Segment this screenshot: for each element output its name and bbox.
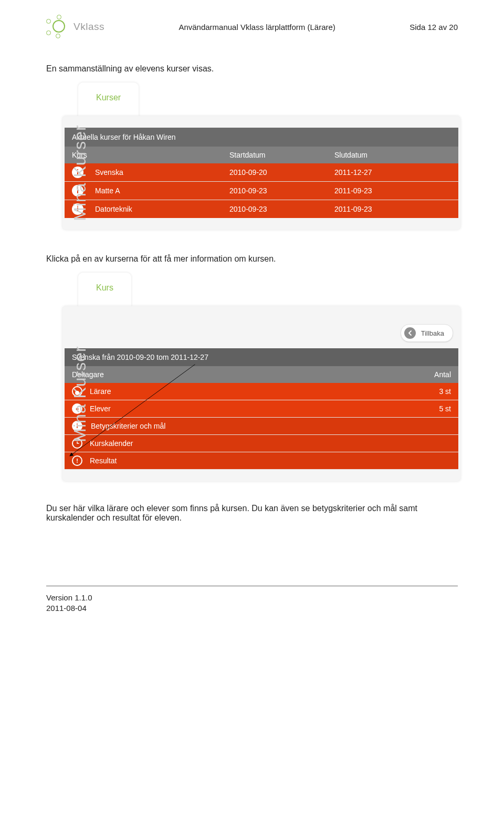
logo-icon [46,15,70,39]
side-label: Mina Kurser [70,346,90,442]
tab-kurs[interactable]: Kurs [78,273,131,306]
footer-rule [46,586,458,586]
intro-paragraph-3: Du ser här vilka lärare och elever som f… [46,504,458,523]
courses-header-row: Kurs Startdatum Slutdatum [65,147,458,163]
col-header-end: Slutdatum [334,151,451,159]
row-label: Resultat [90,456,451,465]
tab-kurser[interactable]: Kurser [78,82,139,116]
doc-header: Vklass Användarmanual Vklass lärplattfor… [46,15,458,39]
detail-row-criteria[interactable]: i Betygskriterier och mål [65,418,458,435]
detail-subheader: Deltagare Antal [65,366,458,383]
back-button[interactable]: Tillbaka [401,324,453,342]
row-count: 5 st [439,404,451,413]
row-label: Betygskriterier och mål [91,422,451,430]
course-end: 2011-12-27 [334,168,451,177]
course-name: Svenska [95,168,229,177]
intro-paragraph-1: En sammanställning av elevens kurser vis… [46,64,458,74]
course-end: 2011-09-23 [334,205,451,213]
row-count: 3 st [439,387,451,396]
detail-row-results[interactable]: ! Resultat [65,452,458,470]
result-icon: ! [72,455,82,466]
subhead-right: Antal [434,370,451,379]
footer-date: 2011-08-04 [46,603,458,614]
footer-version: Version 1.1.0 [46,593,458,603]
course-row[interactable]: i Matte A 2010-09-23 2011-09-23 [65,182,458,200]
row-label: Kurskalender [90,439,451,448]
course-row[interactable]: i Datorteknik 2010-09-23 2011-09-23 [65,200,458,218]
footer: Version 1.1.0 2011-08-04 [46,593,458,614]
side-label: Mina Kurser [70,124,90,221]
course-name: Datorteknik [95,205,229,213]
course-start: 2010-09-23 [229,186,334,195]
detail-row-students[interactable]: ● Elever 5 st [65,400,458,418]
course-start: 2010-09-23 [229,205,334,213]
page-number: Sida 12 av 20 [410,23,458,32]
back-arrow-icon [404,327,416,339]
col-header-start: Startdatum [229,151,334,159]
course-end: 2011-09-23 [334,186,451,195]
detail-row-teachers[interactable]: Lärare 3 st [65,383,458,400]
row-label: Lärare [90,387,439,396]
doc-title: Användarmanual Vklass lärplattform (Lära… [104,23,410,32]
detail-row-calendar[interactable]: Kurskalender [65,435,458,452]
screenshot-courses-list: Kurser Mina Kurser Aktuella kurser för H… [41,79,461,230]
screenshot-course-detail: Kurs Mina Kurser Tillbaka Svenska från 2… [41,269,461,482]
course-name: Matte A [95,186,229,195]
course-start: 2010-09-20 [229,168,334,177]
courses-title: Aktuella kurser för Håkan Wiren [65,128,458,147]
row-label: Elever [90,404,439,413]
intro-paragraph-2: Klicka på en av kurserna för att få mer … [46,254,458,264]
logo-text: Vklass [74,21,104,33]
back-label: Tillbaka [421,329,444,337]
course-row[interactable]: i Svenska 2010-09-20 2011-12-27 [65,163,458,182]
col-header-course: Kurs [72,151,229,159]
course-detail-title: Svenska från 2010-09-20 tom 2011-12-27 [65,348,458,366]
logo: Vklass [46,15,104,39]
